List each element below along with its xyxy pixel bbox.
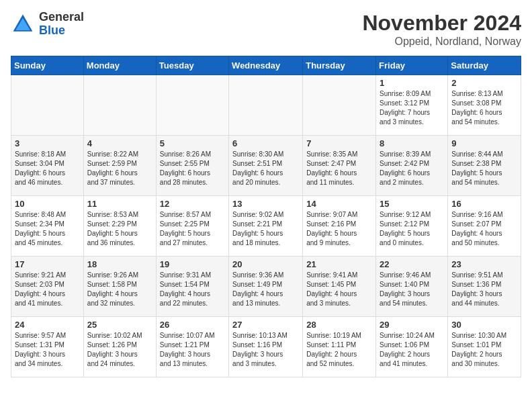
day-info: Sunrise: 8:35 AM Sunset: 2:47 PM Dayligh… (306, 150, 372, 187)
header-cell-saturday: Saturday (448, 56, 521, 75)
day-info: Sunrise: 10:02 AM Sunset: 1:26 PM Daylig… (87, 331, 152, 369)
day-info: Sunrise: 9:16 AM Sunset: 2:07 PM Dayligh… (451, 210, 517, 248)
day-number: 6 (232, 138, 299, 148)
day-cell: 6Sunrise: 8:30 AM Sunset: 2:51 PM Daylig… (229, 136, 303, 196)
day-cell (156, 75, 228, 136)
day-cell: 16Sunrise: 9:16 AM Sunset: 2:07 PM Dayli… (448, 196, 521, 257)
day-number: 18 (87, 259, 152, 269)
day-cell: 23Sunrise: 9:51 AM Sunset: 1:36 PM Dayli… (448, 257, 521, 317)
day-cell: 9Sunrise: 8:44 AM Sunset: 2:38 PM Daylig… (448, 136, 521, 196)
logo-text: General Blue (39, 11, 84, 38)
day-number: 1 (380, 78, 444, 88)
header-cell-tuesday: Tuesday (156, 56, 228, 75)
day-cell: 8Sunrise: 8:39 AM Sunset: 2:42 PM Daylig… (376, 136, 448, 196)
main-title: November 2024 (362, 11, 521, 36)
day-info: Sunrise: 9:02 AM Sunset: 2:21 PM Dayligh… (232, 210, 299, 248)
day-cell: 10Sunrise: 8:48 AM Sunset: 2:34 PM Dayli… (11, 196, 84, 257)
logo-icon (11, 12, 35, 36)
day-number: 22 (380, 259, 444, 269)
day-number: 16 (451, 199, 517, 209)
day-cell: 13Sunrise: 9:02 AM Sunset: 2:21 PM Dayli… (229, 196, 303, 257)
day-cell: 29Sunrise: 10:24 AM Sunset: 1:06 PM Dayl… (376, 317, 448, 377)
header: General Blue November 2024 Oppeid, Nordl… (11, 11, 521, 48)
day-number: 5 (160, 138, 225, 148)
day-info: Sunrise: 9:26 AM Sunset: 1:58 PM Dayligh… (87, 271, 152, 308)
header-cell-thursday: Thursday (303, 56, 376, 75)
day-info: Sunrise: 8:13 AM Sunset: 3:08 PM Dayligh… (451, 89, 517, 127)
header-row: SundayMondayTuesdayWednesdayThursdayFrid… (11, 56, 521, 75)
day-info: Sunrise: 10:19 AM Sunset: 1:11 PM Daylig… (306, 331, 372, 369)
week-row-1: 1Sunrise: 8:09 AM Sunset: 3:12 PM Daylig… (11, 75, 521, 136)
day-cell: 12Sunrise: 8:57 AM Sunset: 2:25 PM Dayli… (156, 196, 228, 257)
logo-blue-text: Blue (39, 24, 84, 38)
day-number: 27 (232, 320, 299, 330)
week-row-2: 3Sunrise: 8:18 AM Sunset: 3:04 PM Daylig… (11, 136, 521, 196)
day-cell: 1Sunrise: 8:09 AM Sunset: 3:12 PM Daylig… (376, 75, 448, 136)
day-number: 25 (87, 320, 152, 330)
day-number: 3 (15, 138, 80, 148)
day-cell: 17Sunrise: 9:21 AM Sunset: 2:03 PM Dayli… (11, 257, 84, 317)
subtitle: Oppeid, Nordland, Norway (362, 36, 521, 48)
day-number: 26 (160, 320, 225, 330)
day-cell: 18Sunrise: 9:26 AM Sunset: 1:58 PM Dayli… (83, 257, 156, 317)
day-number: 10 (15, 199, 80, 209)
day-info: Sunrise: 9:12 AM Sunset: 2:12 PM Dayligh… (380, 210, 444, 248)
day-cell: 15Sunrise: 9:12 AM Sunset: 2:12 PM Dayli… (376, 196, 448, 257)
day-info: Sunrise: 8:44 AM Sunset: 2:38 PM Dayligh… (451, 150, 517, 187)
day-number: 29 (380, 320, 444, 330)
day-number: 30 (451, 320, 517, 330)
day-info: Sunrise: 8:09 AM Sunset: 3:12 PM Dayligh… (380, 89, 444, 127)
day-cell: 25Sunrise: 10:02 AM Sunset: 1:26 PM Dayl… (83, 317, 156, 377)
day-cell: 3Sunrise: 8:18 AM Sunset: 3:04 PM Daylig… (11, 136, 84, 196)
day-info: Sunrise: 10:24 AM Sunset: 1:06 PM Daylig… (380, 331, 444, 369)
title-area: November 2024 Oppeid, Nordland, Norway (362, 11, 521, 48)
day-info: Sunrise: 8:48 AM Sunset: 2:34 PM Dayligh… (15, 210, 80, 248)
day-info: Sunrise: 8:22 AM Sunset: 2:59 PM Dayligh… (87, 150, 152, 187)
day-number: 17 (15, 259, 80, 269)
day-number: 15 (380, 199, 444, 209)
day-info: Sunrise: 9:31 AM Sunset: 1:54 PM Dayligh… (160, 271, 225, 308)
day-cell: 7Sunrise: 8:35 AM Sunset: 2:47 PM Daylig… (303, 136, 376, 196)
calendar: SundayMondayTuesdayWednesdayThursdayFrid… (11, 56, 521, 377)
day-info: Sunrise: 8:57 AM Sunset: 2:25 PM Dayligh… (160, 210, 225, 248)
day-cell: 26Sunrise: 10:07 AM Sunset: 1:21 PM Dayl… (156, 317, 228, 377)
day-cell (11, 75, 84, 136)
day-cell: 21Sunrise: 9:41 AM Sunset: 1:45 PM Dayli… (303, 257, 376, 317)
day-number: 13 (232, 199, 299, 209)
day-number: 14 (306, 199, 372, 209)
header-cell-wednesday: Wednesday (229, 56, 303, 75)
day-cell: 30Sunrise: 10:30 AM Sunset: 1:01 PM Dayl… (448, 317, 521, 377)
day-info: Sunrise: 9:36 AM Sunset: 1:49 PM Dayligh… (232, 271, 299, 308)
week-row-3: 10Sunrise: 8:48 AM Sunset: 2:34 PM Dayli… (11, 196, 521, 257)
day-number: 24 (15, 320, 80, 330)
day-cell: 14Sunrise: 9:07 AM Sunset: 2:16 PM Dayli… (303, 196, 376, 257)
day-number: 23 (451, 259, 517, 269)
logo-general-text: General (39, 11, 84, 24)
day-number: 8 (380, 138, 444, 148)
day-info: Sunrise: 10:07 AM Sunset: 1:21 PM Daylig… (160, 331, 225, 369)
day-info: Sunrise: 9:46 AM Sunset: 1:40 PM Dayligh… (380, 271, 444, 308)
day-number: 12 (160, 199, 225, 209)
day-info: Sunrise: 10:30 AM Sunset: 1:01 PM Daylig… (451, 331, 517, 369)
day-info: Sunrise: 8:53 AM Sunset: 2:29 PM Dayligh… (87, 210, 152, 248)
day-cell: 11Sunrise: 8:53 AM Sunset: 2:29 PM Dayli… (83, 196, 156, 257)
day-number: 11 (87, 199, 152, 209)
header-cell-monday: Monday (83, 56, 156, 75)
day-number: 21 (306, 259, 372, 269)
day-cell (83, 75, 156, 136)
day-cell (229, 75, 303, 136)
day-cell: 24Sunrise: 9:57 AM Sunset: 1:31 PM Dayli… (11, 317, 84, 377)
day-number: 19 (160, 259, 225, 269)
day-info: Sunrise: 10:13 AM Sunset: 1:16 PM Daylig… (232, 331, 299, 369)
week-row-4: 17Sunrise: 9:21 AM Sunset: 2:03 PM Dayli… (11, 257, 521, 317)
day-info: Sunrise: 9:57 AM Sunset: 1:31 PM Dayligh… (15, 331, 80, 369)
day-info: Sunrise: 8:26 AM Sunset: 2:55 PM Dayligh… (160, 150, 225, 187)
day-cell: 5Sunrise: 8:26 AM Sunset: 2:55 PM Daylig… (156, 136, 228, 196)
day-cell: 22Sunrise: 9:46 AM Sunset: 1:40 PM Dayli… (376, 257, 448, 317)
day-number: 20 (232, 259, 299, 269)
day-cell: 4Sunrise: 8:22 AM Sunset: 2:59 PM Daylig… (83, 136, 156, 196)
day-number: 7 (306, 138, 372, 148)
day-info: Sunrise: 8:18 AM Sunset: 3:04 PM Dayligh… (15, 150, 80, 187)
day-info: Sunrise: 8:39 AM Sunset: 2:42 PM Dayligh… (380, 150, 444, 187)
day-number: 9 (451, 138, 517, 148)
